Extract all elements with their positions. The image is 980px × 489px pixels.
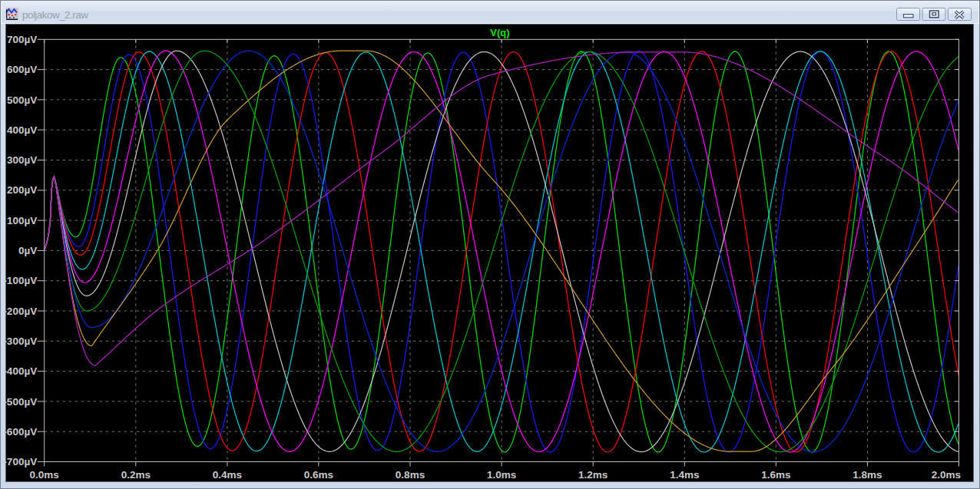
svg-text:-700µV: -700µV (3, 456, 37, 468)
svg-text:0.0ms: 0.0ms (30, 469, 59, 481)
svg-text:500µV: 500µV (7, 94, 37, 106)
svg-text:0.8ms: 0.8ms (396, 469, 425, 481)
svg-text:100µV: 100µV (7, 215, 37, 226)
svg-text:1.8ms: 1.8ms (853, 469, 882, 481)
svg-text:1.2ms: 1.2ms (578, 469, 608, 481)
svg-text:0.6ms: 0.6ms (304, 469, 333, 481)
svg-text:0.2ms: 0.2ms (121, 469, 151, 481)
svg-text:-400µV: -400µV (3, 365, 37, 377)
svg-text:700µV: 700µV (7, 34, 37, 45)
svg-text:1.6ms: 1.6ms (761, 469, 790, 481)
svg-text:-100µV: -100µV (3, 275, 37, 286)
svg-text:2.0ms: 2.0ms (932, 469, 961, 481)
svg-text:-200µV: -200µV (3, 306, 37, 317)
svg-text:200µV: 200µV (7, 184, 37, 196)
svg-text:-600µV: -600µV (3, 426, 37, 438)
svg-text:-300µV: -300µV (3, 335, 37, 347)
svg-text:V(q): V(q) (490, 27, 509, 38)
svg-text:0µV: 0µV (18, 245, 37, 256)
svg-text:300µV: 300µV (7, 154, 37, 166)
svg-text:1.4ms: 1.4ms (670, 469, 699, 481)
svg-text:600µV: 600µV (7, 64, 37, 75)
svg-text:0.4ms: 0.4ms (213, 469, 242, 481)
svg-text:poljakow_2.raw: poljakow_2.raw (22, 9, 88, 21)
svg-text:-500µV: -500µV (3, 396, 37, 408)
svg-text:400µV: 400µV (7, 124, 37, 136)
svg-text:1.0ms: 1.0ms (487, 469, 516, 481)
